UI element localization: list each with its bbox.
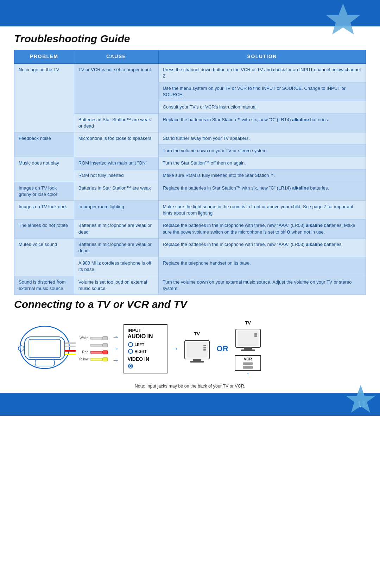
cause-cell: Batteries in Star Station™ are weak or d… (74, 113, 158, 132)
svg-point-1 (20, 326, 69, 369)
col-solution: SOLUTION (158, 50, 366, 64)
svg-rect-34 (241, 349, 255, 351)
vcr-label: VCR (238, 357, 258, 361)
table-row: Images on TV look grainy or lose color B… (14, 182, 366, 200)
solution-cell: Replace the batteries in Star Station™ w… (158, 182, 366, 200)
svg-rect-14 (90, 351, 103, 353)
svg-rect-33 (244, 347, 252, 349)
svg-rect-36 (243, 366, 253, 369)
col-cause: CAUSE (74, 50, 158, 64)
vcr-box: VCR (235, 355, 261, 371)
left-row: LEFT (128, 342, 163, 347)
svg-rect-30 (238, 330, 259, 346)
svg-rect-24 (203, 345, 206, 346)
solution-cell: Replace the batteries in Star Station™ w… (158, 113, 366, 132)
solution-cell: Make sure ROM is fully inserted into the… (158, 169, 366, 182)
connecting-section: Connecting to a TV or VCR and TV (14, 298, 366, 393)
troubleshooting-title: Troubleshooting Guide (14, 33, 366, 45)
tv2-icon (234, 326, 262, 354)
solution-cell: Consult your TV's or VCR's instruction m… (158, 101, 366, 113)
connecting-title: Connecting to a TV or VCR and TV (14, 298, 366, 310)
cause-cell: Batteries in microphone are weak or dead (74, 219, 158, 238)
svg-point-4 (18, 346, 24, 351)
solution-cell: Use the menu system on your TV or VCR to… (158, 82, 366, 101)
solution-cell: Replace the telephone handset on its bas… (158, 257, 366, 276)
white-label: White (80, 336, 89, 340)
cause-cell: ROM inserted with main unit "ON" (74, 157, 158, 169)
solution-cell: Replace the batteries in the microphone … (158, 219, 366, 238)
problem-cell: Muted voice sound (14, 238, 74, 276)
arrow-1: → (112, 333, 119, 341)
or-label: OR (214, 344, 231, 353)
star-decoration-bottom (345, 384, 376, 417)
svg-point-18 (128, 342, 133, 347)
table-row: Muted voice sound Batteries in microphon… (14, 238, 366, 257)
yellow-label: Yellow (78, 357, 89, 361)
svg-rect-32 (254, 335, 257, 337)
vcr-ports-2 (238, 366, 258, 369)
cause-cell: Batteries in microphone are weak or dead (74, 238, 158, 257)
vcr-ports (238, 362, 258, 365)
cause-cell: Volume is set too loud on external music… (74, 276, 158, 295)
solution-cell: Stand further away from your TV speakers… (158, 132, 366, 144)
header-bar (0, 0, 380, 26)
table-row: Music does not play ROM inserted with ma… (14, 157, 366, 169)
svg-marker-0 (326, 4, 360, 35)
tv1-label: TV (194, 331, 200, 336)
svg-rect-3 (29, 339, 61, 358)
cause-cell: Batteries in Star Station™ are weak (74, 182, 158, 200)
main-content: Troubleshooting Guide PROBLEM CAUSE SOLU… (0, 26, 380, 393)
solution-cell: Press the channel down button on the VCR… (158, 63, 366, 82)
cause-cell: Microphone is too close to speakers (74, 132, 158, 157)
video-row (128, 363, 163, 369)
input-title: INPUT (128, 328, 163, 333)
cause-cell: A 900 MHz cordless telephone is off its … (74, 257, 158, 276)
svg-rect-31 (254, 333, 257, 335)
red-label: Red (82, 350, 88, 354)
svg-rect-12 (90, 344, 103, 346)
troubleshooting-table: PROBLEM CAUSE SOLUTION No image on the T… (14, 50, 366, 295)
right-row: RIGHT (128, 348, 163, 354)
tv2-group: TV VCR (234, 320, 262, 377)
table-row: The lenses do not rotate Batteries in mi… (14, 219, 366, 238)
connection-diagram: White Red (14, 315, 366, 381)
problem-cell: Images on TV look dark (14, 201, 74, 219)
solution-cell: Make sure the light source in the room i… (158, 201, 366, 219)
tv2-label: TV (245, 320, 251, 326)
star-station-device (14, 321, 76, 377)
cause-cell: ROM not fully inserted (74, 169, 158, 182)
yellow-wire: Yellow (78, 357, 108, 362)
problem-cell: Music does not play (14, 157, 74, 182)
white-wire: White (80, 336, 108, 341)
red-wire: Red (82, 350, 108, 355)
solution-cell: Turn the volume down on your external mu… (158, 276, 366, 295)
solution-cell: Turn the volume down on your TV or stere… (158, 145, 366, 157)
input-panel: INPUT AUDIO IN LEFT RIGHT VIDEO IN (124, 324, 167, 373)
left-label: LEFT (135, 342, 145, 347)
table-row: No image on the TV TV or VCR is not set … (14, 63, 366, 82)
right-label: RIGHT (135, 349, 147, 353)
problem-cell: Images on TV look grainy or lose color (14, 182, 74, 200)
arrow-3: → (112, 356, 119, 364)
svg-point-21 (129, 365, 132, 367)
svg-rect-16 (90, 358, 103, 360)
svg-point-19 (128, 349, 133, 353)
cause-cell: TV or VCR is not set to proper input (74, 63, 158, 113)
problem-cell: The lenses do not rotate (14, 219, 74, 238)
video-title: VIDEO IN (128, 356, 163, 362)
solution-cell: Replace the batteries in the microphone … (158, 238, 366, 257)
col-problem: PROBLEM (14, 50, 74, 64)
svg-rect-26 (203, 349, 206, 351)
cable-group: White Red (78, 336, 108, 362)
vcr-to-tv-arrow: ↑ (247, 371, 249, 377)
cause-cell: Improper room lighting (74, 201, 158, 219)
svg-rect-17 (103, 358, 108, 361)
svg-rect-10 (90, 337, 103, 339)
problem-cell: Sound is distorted from external music s… (14, 276, 74, 295)
problem-cell: Feedback noise (14, 132, 74, 157)
arrow-2: → (112, 345, 119, 353)
footer-bar: 11 (0, 393, 380, 416)
table-row: Feedback noise Microphone is too close t… (14, 132, 366, 144)
solution-cell: Turn the Star Station™ off then on again… (158, 157, 366, 169)
white-wire-2 (90, 343, 108, 348)
